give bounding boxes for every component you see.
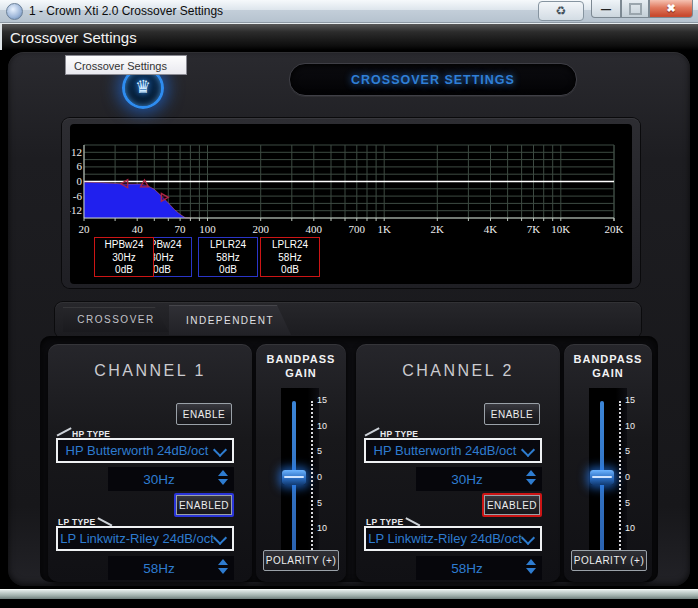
svg-text:1K: 1K xyxy=(377,223,391,235)
svg-text:70: 70 xyxy=(175,223,187,235)
gain-scale-label: 5 xyxy=(625,498,635,508)
filter-tag[interactable]: LPLR2458Hz0dB xyxy=(198,237,258,277)
maximize-icon xyxy=(629,3,642,15)
gain-scale-label: 0 xyxy=(625,472,635,482)
svg-text:7K: 7K xyxy=(527,223,541,235)
svg-text:-12: -12 xyxy=(70,204,82,216)
gain-scale-label: 10 xyxy=(317,421,327,431)
svg-text:-6: -6 xyxy=(73,190,83,202)
tab-crossover[interactable]: CROSSOVER xyxy=(63,307,169,332)
svg-text:10K: 10K xyxy=(551,223,570,235)
bandpass-2-panel: BANDPASS GAIN 15105051015 POLARITY (+) xyxy=(564,344,652,582)
app-window: 1 - Crown Xti 2.0 Crossover Settings ♻ —… xyxy=(0,0,698,608)
lp-frequency-stepper[interactable]: 58Hz xyxy=(416,556,542,580)
hp-type-dropdown[interactable]: HP Butterworth 24dB/oct xyxy=(364,438,542,463)
gain-scale-label: 10 xyxy=(625,421,635,431)
close-button[interactable]: ✖ xyxy=(649,0,693,18)
close-icon: ✖ xyxy=(666,2,675,15)
panel-title-box: CROSSOVER SETTINGS xyxy=(289,63,577,96)
svg-text:20: 20 xyxy=(79,223,91,235)
lp-frequency-value: 58Hz xyxy=(108,556,210,580)
filter-tag[interactable]: LPLR2458Hz0dB xyxy=(260,237,320,277)
svg-text:40: 40 xyxy=(132,223,144,235)
bandpass-label-line1: BANDPASS xyxy=(564,352,652,366)
svg-text:12: 12 xyxy=(71,146,82,158)
hp-frequency-stepper[interactable]: 30Hz xyxy=(416,467,542,491)
up-down-arrows-icon[interactable] xyxy=(526,470,536,485)
channel-1-panel: CHANNEL 1 ENABLE HP TYPE HP Butterworth … xyxy=(48,344,252,582)
gain-scale-label: 10 xyxy=(317,523,327,533)
svg-text:20K: 20K xyxy=(605,223,624,235)
up-down-arrows-icon[interactable] xyxy=(218,559,228,574)
hp-type-dropdown[interactable]: HP Butterworth 24dB/oct xyxy=(56,438,234,463)
gain-slider-handle[interactable] xyxy=(590,470,614,485)
bandpass-gain-label: BANDPASS GAIN xyxy=(256,352,346,380)
hp-frequency-value: 30Hz xyxy=(416,467,518,491)
lp-enabled-button[interactable]: ENABLED xyxy=(174,493,234,517)
channel-title: CHANNEL 1 xyxy=(48,362,252,380)
minimize-icon: — xyxy=(601,4,611,15)
svg-text:100: 100 xyxy=(199,223,216,235)
lp-enabled-button[interactable]: ENABLED xyxy=(482,493,542,517)
hp-type-value: HP Butterworth 24dB/oct xyxy=(368,440,522,461)
lp-type-value: LP Linkwitz-Riley 24dB/oct xyxy=(368,528,522,549)
polarity-button[interactable]: POLARITY (+) xyxy=(571,550,647,571)
gain-scale-label: 0 xyxy=(317,472,327,482)
recycle-icon: ♻ xyxy=(556,4,567,18)
app-icon xyxy=(6,3,23,20)
lp-type-dropdown[interactable]: LP Linkwitz-Riley 24dB/oct xyxy=(364,526,542,551)
bandpass-gain-label: BANDPASS GAIN xyxy=(564,352,652,380)
header-title: Crossover Settings xyxy=(10,29,137,46)
gain-scale-ticks xyxy=(619,401,621,553)
polarity-button[interactable]: POLARITY (+) xyxy=(263,550,339,571)
filter-tag[interactable]: HPBw2430Hz0dB xyxy=(94,237,154,277)
svg-text:200: 200 xyxy=(252,223,269,235)
channel-2-panel: CHANNEL 2 ENABLE HP TYPE HP Butterworth … xyxy=(356,344,560,582)
up-down-arrows-icon[interactable] xyxy=(218,470,228,485)
svg-text:400: 400 xyxy=(306,223,323,235)
svg-text:0: 0 xyxy=(77,175,83,187)
svg-text:4K: 4K xyxy=(484,223,498,235)
lp-frequency-stepper[interactable]: 58Hz xyxy=(108,556,234,580)
hp-type-value: HP Butterworth 24dB/oct xyxy=(60,440,214,461)
lp-frequency-value: 58Hz xyxy=(416,556,518,580)
bandpass-label-line1: BANDPASS xyxy=(256,352,346,366)
maximize-button[interactable] xyxy=(621,0,649,18)
gain-scale-ticks xyxy=(311,401,313,553)
window-title: 1 - Crown Xti 2.0 Crossover Settings xyxy=(29,4,223,18)
chevron-down-icon xyxy=(213,443,227,457)
panel-title: CROSSOVER SETTINGS xyxy=(351,73,515,87)
bandpass-label-line2: GAIN xyxy=(256,366,346,380)
chevron-down-icon xyxy=(521,443,535,457)
sync-button[interactable]: ♻ xyxy=(538,1,584,21)
titlebar[interactable]: 1 - Crown Xti 2.0 Crossover Settings ♻ —… xyxy=(0,0,698,23)
header-bar: Crossover Settings xyxy=(0,23,698,50)
gain-scale-label: 10 xyxy=(625,523,635,533)
gain-scale-label: 5 xyxy=(625,446,635,456)
crown-icon: ♛ xyxy=(135,76,151,98)
up-down-arrows-icon[interactable] xyxy=(526,559,536,574)
gain-scale-label: 15 xyxy=(317,395,327,405)
hp-frequency-value: 30Hz xyxy=(108,467,210,491)
hp-frequency-stepper[interactable]: 30Hz xyxy=(108,467,234,491)
gain-scale: 15105051015 xyxy=(317,395,327,559)
svg-text:2K: 2K xyxy=(431,223,445,235)
gain-scale-label: 15 xyxy=(625,395,635,405)
tooltip: Crossover Settings xyxy=(65,55,187,75)
svg-text:700: 700 xyxy=(349,223,366,235)
frequency-response-graph[interactable]: 2040701002004007001K2K4K7K10K20K1260-6-1… xyxy=(70,124,632,284)
lp-type-dropdown[interactable]: LP Linkwitz-Riley 24dB/oct xyxy=(56,526,234,551)
chevron-down-icon xyxy=(213,531,227,545)
svg-text:6: 6 xyxy=(77,160,83,172)
gain-slider-handle[interactable] xyxy=(282,470,306,485)
gain-scale-label: 5 xyxy=(317,498,327,508)
bandpass-label-line2: GAIN xyxy=(564,366,652,380)
tab-independent[interactable]: INDEPENDENT xyxy=(169,305,291,335)
hp-enable-button[interactable]: ENABLE xyxy=(484,403,540,425)
bandpass-1-panel: BANDPASS GAIN 15105051015 POLARITY (+) xyxy=(256,344,346,582)
window-bottom-frame xyxy=(0,589,698,599)
window-controls: — ✖ xyxy=(591,0,693,18)
minimize-button[interactable]: — xyxy=(591,0,621,18)
hp-enable-button[interactable]: ENABLE xyxy=(176,403,232,425)
gain-scale: 15105051015 xyxy=(625,395,635,559)
